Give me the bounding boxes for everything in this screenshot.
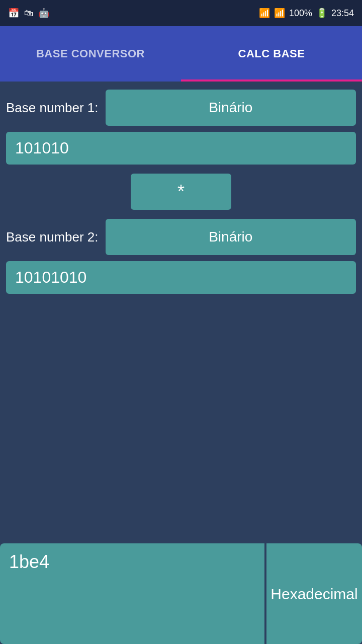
operator-row: * bbox=[6, 174, 356, 210]
base-number-1-row: Base number 1: Binário bbox=[6, 90, 356, 126]
status-bar: 📅 🛍 🤖 📶 📶 100% 🔋 23:54 bbox=[0, 0, 362, 26]
tab-base-conversor[interactable]: BASE CONVERSOR bbox=[0, 26, 181, 82]
android-icon: 🤖 bbox=[38, 8, 49, 19]
base-number-2-button[interactable]: Binário bbox=[106, 219, 356, 255]
status-icons-right: 📶 📶 100% 🔋 23:54 bbox=[259, 8, 354, 19]
status-icons-left: 📅 🛍 🤖 bbox=[8, 8, 49, 19]
battery-icon: 🔋 bbox=[316, 8, 327, 19]
main-content: Base number 1: Binário * Base number 2: … bbox=[0, 82, 362, 644]
base-number-1-label: Base number 1: bbox=[6, 100, 99, 116]
signal-icon: 📶 bbox=[274, 8, 285, 19]
calendar-icon: 📅 bbox=[8, 8, 19, 19]
operator-button[interactable]: * bbox=[131, 174, 231, 210]
result-value-box: 1be4 bbox=[0, 543, 264, 644]
bag-icon: 🛍 bbox=[24, 8, 33, 19]
tab-bar: BASE CONVERSOR CALC BASE bbox=[0, 26, 362, 82]
base-number-2-label: Base number 2: bbox=[6, 229, 99, 245]
wifi-icon: 📶 bbox=[259, 8, 270, 19]
base-number-2-row: Base number 2: Binário bbox=[6, 219, 356, 255]
number-2-input[interactable] bbox=[6, 261, 356, 294]
clock: 23:54 bbox=[331, 8, 354, 19]
result-value: 1be4 bbox=[9, 551, 49, 573]
tab-calc-base[interactable]: CALC BASE bbox=[181, 26, 362, 82]
result-base-button[interactable]: Hexadecimal bbox=[266, 543, 362, 644]
number-1-input[interactable] bbox=[6, 132, 356, 165]
result-area: 1be4 Hexadecimal bbox=[0, 543, 362, 644]
base-number-1-button[interactable]: Binário bbox=[106, 90, 356, 126]
battery-percent: 100% bbox=[289, 8, 312, 19]
